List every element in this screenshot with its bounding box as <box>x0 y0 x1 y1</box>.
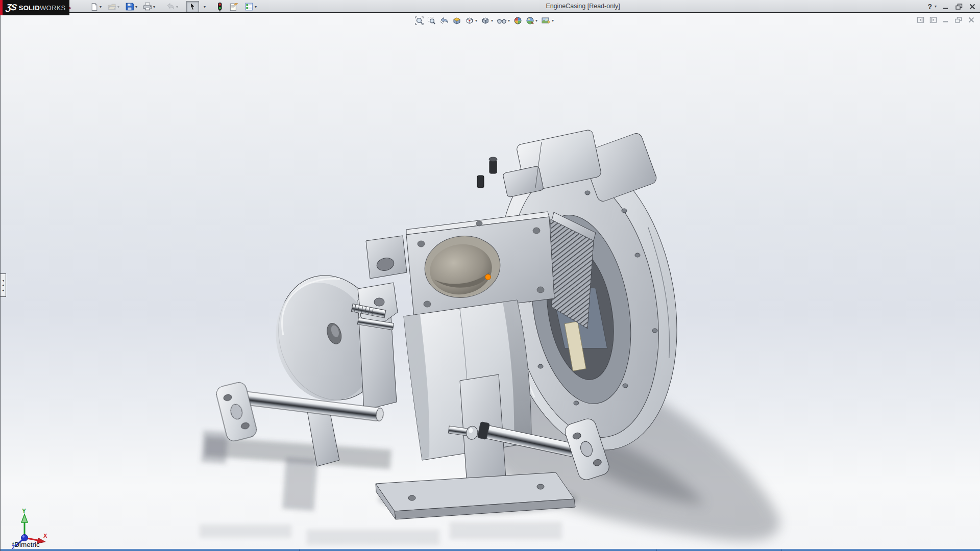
file-properties-icon <box>229 2 239 12</box>
rebuild-button[interactable] <box>214 1 226 12</box>
view-settings-icon <box>541 16 551 25</box>
close-icon[interactable] <box>969 3 976 10</box>
menu-flyout-icon[interactable]: ▸ <box>69 5 72 10</box>
new-document-button[interactable]: ▾ <box>88 1 104 12</box>
view-orientation-dropdown-icon[interactable]: ▾ <box>475 18 477 23</box>
minimize-icon[interactable] <box>942 3 949 10</box>
collapse-arrow-icon: ◂ <box>2 278 4 283</box>
window-title: EngineCasing [Read-only] <box>546 0 620 13</box>
open-button[interactable]: ▾ <box>105 1 121 12</box>
help-dropdown-icon[interactable]: ▾ <box>935 4 937 9</box>
view-orientation-icon <box>465 16 474 25</box>
display-style-dropdown-icon[interactable]: ▾ <box>491 18 493 23</box>
pane-right-icon[interactable] <box>929 16 937 23</box>
options-button[interactable]: ▾ <box>242 1 259 12</box>
doc-minimize-icon[interactable] <box>942 16 949 23</box>
title-bar: ƷS SOLIDWORKS ▸ ▾ ▾ ▾ <box>0 0 980 13</box>
options-dropdown-icon[interactable]: ▾ <box>255 5 257 9</box>
doc-restore-icon[interactable] <box>954 16 963 23</box>
save-button[interactable]: ▾ <box>123 1 139 12</box>
ds-mark-icon: ƷS <box>6 3 17 13</box>
window-controls: ? ▾ <box>927 0 976 13</box>
heads-up-toolbar: ▾ ▾ ▾ <box>415 15 554 26</box>
select-button[interactable] <box>186 1 199 12</box>
view-orientation-label: *Dimetric <box>12 541 40 548</box>
new-document-icon <box>90 3 99 11</box>
brand-name-light: WORKS <box>40 4 66 12</box>
select-dropdown-button[interactable]: ▾ <box>201 1 208 12</box>
selection-point[interactable] <box>485 274 491 280</box>
previous-view-icon <box>439 16 449 25</box>
zoom-to-fit-icon <box>415 16 424 25</box>
view-settings-dropdown-icon[interactable]: ▾ <box>552 18 554 23</box>
apply-scene-dropdown-icon[interactable]: ▾ <box>535 18 537 23</box>
view-settings-button[interactable]: ▾ <box>541 16 554 25</box>
file-properties-button[interactable] <box>227 1 241 12</box>
document-window-controls <box>917 16 975 23</box>
model-scene[interactable] <box>1 14 980 551</box>
section-view-button[interactable] <box>452 16 461 25</box>
graphics-area[interactable]: ▾ ▾ ▾ <box>0 14 980 551</box>
brand-name-bold: SOLID <box>19 4 40 12</box>
apply-scene-icon <box>526 16 534 25</box>
print-dropdown-icon[interactable]: ▾ <box>153 5 155 9</box>
hide-show-items-icon <box>497 16 507 25</box>
save-dropdown-icon[interactable]: ▾ <box>135 5 137 9</box>
display-style-button[interactable]: ▾ <box>481 16 493 25</box>
print-button[interactable]: ▾ <box>141 1 157 12</box>
doc-close-icon[interactable] <box>968 16 975 23</box>
undo-dropdown-icon[interactable]: ▾ <box>176 5 178 9</box>
undo-icon <box>165 2 175 11</box>
select-dropdown-icon[interactable]: ▾ <box>204 5 206 9</box>
undo-button[interactable]: ▾ <box>163 1 180 12</box>
carb-flange[interactable] <box>406 212 554 316</box>
collapse-arrow-icon: ◂ <box>2 283 4 287</box>
view-orientation-button[interactable]: ▾ <box>465 16 477 25</box>
triad-x-label: X <box>43 533 47 539</box>
zoom-to-fit-button[interactable] <box>415 16 424 25</box>
featuremanager-collapse-tab[interactable]: ◂ ◂ ◂ <box>1 273 6 297</box>
edit-appearance-button[interactable] <box>513 16 522 25</box>
zoom-to-area-button[interactable] <box>427 16 436 25</box>
edit-appearance-icon <box>513 16 522 25</box>
brand-stripe <box>0 0 3 15</box>
pane-left-icon[interactable] <box>917 16 924 23</box>
quick-access-toolbar: ▾ ▾ ▾ ▾ <box>88 1 259 13</box>
restore-icon[interactable] <box>955 3 963 10</box>
hide-show-dropdown-icon[interactable]: ▾ <box>508 18 510 23</box>
solidworks-logo[interactable]: ƷS SOLIDWORKS ▸ <box>0 0 69 15</box>
collapse-arrow-icon: ◂ <box>2 288 4 292</box>
new-dropdown-icon[interactable]: ▾ <box>100 5 102 9</box>
display-style-icon <box>481 16 490 25</box>
hide-show-items-button[interactable]: ▾ <box>497 16 510 25</box>
save-icon <box>125 2 134 11</box>
open-icon <box>107 3 116 11</box>
select-cursor-icon <box>188 2 197 11</box>
rebuild-traffic-light-icon <box>216 2 224 12</box>
print-icon <box>143 2 152 11</box>
help-icon[interactable]: ? <box>927 3 932 11</box>
zoom-to-area-icon <box>427 16 436 25</box>
open-dropdown-icon[interactable]: ▾ <box>117 5 119 9</box>
options-icon <box>244 2 254 11</box>
apply-scene-button[interactable]: ▾ <box>526 16 537 25</box>
section-view-icon <box>452 16 461 25</box>
status-bar-edge <box>1 549 980 551</box>
triad-y-label: Y <box>22 508 26 515</box>
previous-view-button[interactable] <box>439 16 449 25</box>
